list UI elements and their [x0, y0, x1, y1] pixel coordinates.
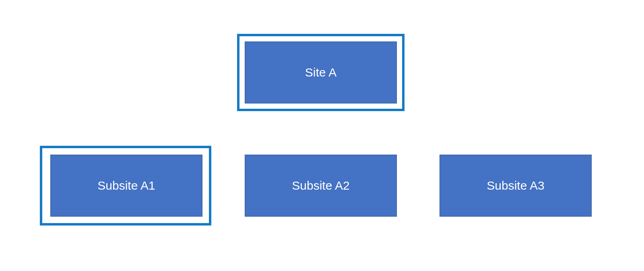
site-a-label: Site A — [305, 66, 336, 79]
subsite-a3-node: Subsite A3 — [440, 155, 592, 217]
subsite-a1-node: Subsite A1 — [50, 155, 202, 217]
subsite-a3-label: Subsite A3 — [487, 179, 544, 192]
subsite-a1-label: Subsite A1 — [97, 179, 155, 192]
subsite-a2-node: Subsite A2 — [245, 155, 397, 217]
site-a-node: Site A — [245, 41, 397, 103]
subsite-a2-label: Subsite A2 — [292, 179, 349, 192]
